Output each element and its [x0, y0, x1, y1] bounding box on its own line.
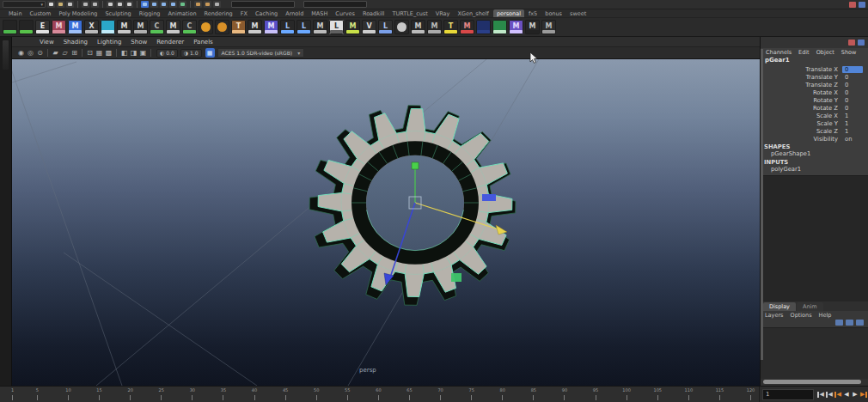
- shelf-icon-34[interactable]: M: [541, 20, 556, 34]
- time-tick-30[interactable]: 30: [192, 387, 193, 402]
- shelf-icon-9[interactable]: M: [133, 20, 148, 34]
- shelf-icon-21[interactable]: L: [329, 20, 344, 34]
- panel-splitter[interactable]: [761, 49, 763, 360]
- time-tick-45[interactable]: 45: [285, 387, 286, 402]
- channel-row-scale-z[interactable]: Scale Z1: [761, 127, 868, 135]
- layer-hscrollbar[interactable]: [761, 379, 868, 386]
- shelf-tab-animation[interactable]: Animation: [164, 9, 199, 18]
- time-tick-25[interactable]: 25: [161, 387, 162, 402]
- gamma-control[interactable]: ◑ 1.0: [180, 49, 202, 58]
- viewport-canvas[interactable]: [12, 59, 760, 386]
- modeling-toolkit-toggle-icon[interactable]: [849, 2, 856, 8]
- shelf-tab-rigging[interactable]: Rigging: [136, 9, 164, 18]
- shelf-icon-26[interactable]: M: [411, 20, 425, 34]
- view-transform-dropdown[interactable]: ACES 1.0 SDR-video (sRGB) ▾: [217, 48, 305, 58]
- shelf-tab-sculpting[interactable]: Sculpting: [101, 9, 134, 18]
- snap-grid-icon[interactable]: [141, 1, 149, 8]
- current-frame-field[interactable]: 1: [762, 389, 814, 400]
- time-tick-115[interactable]: 115: [719, 387, 720, 402]
- channel-value[interactable]: 1: [842, 113, 868, 119]
- channel-row-visibility[interactable]: Visibilityon: [761, 135, 868, 143]
- channel-value[interactable]: on: [842, 136, 868, 143]
- shelf-icon-25[interactable]: [394, 20, 409, 34]
- channel-value[interactable]: 1: [842, 128, 868, 135]
- status-input-field-2[interactable]: [303, 1, 367, 8]
- render-settings-icon[interactable]: [213, 1, 221, 8]
- time-tick-15[interactable]: 15: [99, 387, 100, 402]
- channel-row-rotate-x[interactable]: Rotate X0: [761, 88, 868, 96]
- viewport-toolbar-icon-15[interactable]: ▣: [138, 47, 148, 58]
- create-empty-layer-icon[interactable]: [846, 320, 853, 326]
- time-tick-50[interactable]: 50: [316, 387, 317, 402]
- viewport-toolbar-icon-2[interactable]: ◎: [26, 47, 35, 58]
- viewport-toolbar-icon-5[interactable]: ▰: [51, 47, 60, 58]
- shelf-icon-31[interactable]: [492, 20, 507, 34]
- open-scene-icon[interactable]: [57, 1, 64, 8]
- shelf-icon-5[interactable]: M: [68, 20, 83, 34]
- viewport-toolbar-icon-10[interactable]: ▦: [95, 47, 104, 58]
- shelf-tab-turtle-cust[interactable]: TURTLE_cust: [388, 9, 431, 18]
- shelf-tab-mash[interactable]: MASH: [308, 9, 331, 18]
- panel-menu-view[interactable]: View: [40, 39, 54, 46]
- make-live-icon[interactable]: [179, 1, 186, 8]
- shelf-icon-28[interactable]: T: [443, 20, 458, 34]
- exposure-control[interactable]: ◐ 0.0: [156, 49, 178, 58]
- shelf-tab-fx5[interactable]: fx5: [525, 9, 541, 18]
- time-tick-65[interactable]: 65: [409, 387, 410, 402]
- snap-plane-icon[interactable]: [169, 1, 177, 8]
- time-tick-90[interactable]: 90: [564, 387, 565, 402]
- shelf-icon-32[interactable]: M: [509, 20, 523, 34]
- shelf-icon-22[interactable]: M: [345, 20, 360, 34]
- channel-box-menu-channels[interactable]: Channels: [766, 49, 792, 56]
- time-slider[interactable]: 1510152025303540455055606570758085909510…: [0, 387, 760, 402]
- shelf-icon-17[interactable]: M: [264, 20, 278, 34]
- shelf-tab-personal[interactable]: personal: [493, 9, 524, 18]
- channel-node-polygear1[interactable]: polyGear1: [761, 166, 868, 174]
- scrollbar-thumb[interactable]: [763, 380, 861, 384]
- channel-node-pgearshape1[interactable]: pGearShape1: [761, 150, 868, 158]
- viewport-toolbar-icon-6[interactable]: ▱: [60, 47, 70, 58]
- menu-set-dropdown[interactable]: ▾: [3, 1, 46, 8]
- shelf-tab-arnold[interactable]: Arnold: [282, 9, 307, 18]
- shelf-tab-xgen-shelf[interactable]: XGen_shelf: [454, 9, 492, 18]
- shelf-tab-roadkill[interactable]: Roadkill: [359, 9, 388, 18]
- shelf-icon-18[interactable]: L: [280, 20, 295, 34]
- shelf-icon-27[interactable]: M: [427, 20, 442, 34]
- viewport-toolbar-icon-13[interactable]: ◧: [119, 47, 129, 58]
- shelf-icon-14[interactable]: [215, 20, 229, 34]
- shelf-tab-sweet[interactable]: sweet: [566, 9, 590, 18]
- channel-row-translate-z[interactable]: Translate Z0: [761, 81, 868, 88]
- channel-box-menu-edit[interactable]: Edit: [798, 49, 810, 56]
- channel-box-menu-show[interactable]: Show: [841, 49, 857, 56]
- shelf-tab-poly-modeling[interactable]: Poly Modeling: [55, 9, 101, 18]
- channel-row-rotate-z[interactable]: Rotate Z0: [761, 104, 868, 112]
- layer-menu-help[interactable]: Help: [819, 312, 832, 319]
- shelf-icon-10[interactable]: C: [150, 20, 164, 34]
- layer-menu-layers[interactable]: Layers: [765, 312, 784, 319]
- go-to-start-button[interactable]: ◀: [816, 388, 825, 400]
- channel-value[interactable]: 0: [842, 105, 868, 112]
- play-forwards-button[interactable]: ▶: [851, 388, 859, 400]
- channel-value[interactable]: 1: [842, 120, 868, 127]
- panel-menu-lighting[interactable]: Lighting: [97, 39, 121, 46]
- save-scene-icon[interactable]: [66, 1, 74, 8]
- shelf-tab-rendering[interactable]: Rendering: [201, 9, 236, 18]
- paint-select-icon[interactable]: [125, 1, 133, 8]
- shelf-icon-24[interactable]: L: [378, 20, 393, 34]
- shelf-icon-3[interactable]: E: [35, 20, 50, 34]
- snap-curve-icon[interactable]: [150, 1, 158, 8]
- time-tick-35[interactable]: 35: [223, 387, 223, 402]
- shelf-icon-2[interactable]: [19, 20, 34, 34]
- step-forward-key-button[interactable]: ▶: [859, 388, 868, 400]
- panel-menu-renderer[interactable]: Renderer: [156, 39, 184, 46]
- shelf-tab-bonus[interactable]: bonus: [541, 9, 565, 18]
- shelf-icon-8[interactable]: M: [117, 20, 131, 34]
- render-icon[interactable]: [194, 1, 202, 8]
- step-back-key-button[interactable]: ◀: [834, 388, 842, 400]
- time-tick-110[interactable]: 110: [688, 387, 689, 402]
- channel-box-menu-object[interactable]: Object: [816, 49, 834, 56]
- time-tick-5[interactable]: 5: [37, 387, 38, 402]
- time-tick-95[interactable]: 95: [596, 387, 596, 402]
- time-tick-20[interactable]: 20: [130, 387, 131, 402]
- channel-row-scale-y[interactable]: Scale Y1: [761, 119, 868, 127]
